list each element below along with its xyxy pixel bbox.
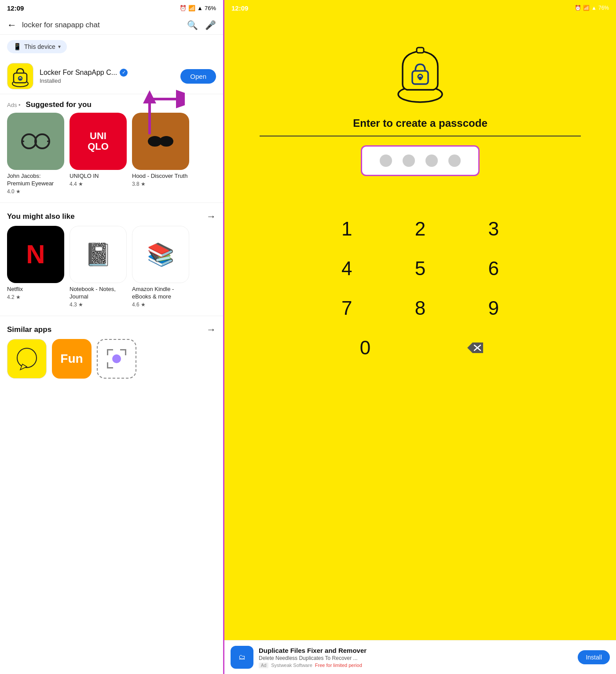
ad-app-desc: Delete Needless Duplicates To Recover ..… — [259, 655, 572, 661]
filter-chip[interactable]: 📱 This device ▾ — [7, 40, 67, 53]
numpad-row-4: 0 — [310, 330, 530, 365]
dot-4 — [448, 155, 461, 167]
wifi-icon: ▲ — [197, 5, 203, 11]
svg-rect-24 — [419, 77, 422, 80]
battery-icon: 76% — [205, 5, 216, 11]
passcode-title-container: Enter to create a passcode — [260, 117, 581, 136]
left-panel: 12:09 ⏰ 📶 ▲ 76% ← locker for snapapp cha… — [0, 0, 224, 674]
right-alarm-icon: ⏰ — [575, 5, 581, 11]
similar-arrow[interactable]: → — [206, 324, 216, 335]
divider1 — [0, 203, 223, 203]
dot-2 — [403, 155, 415, 167]
ad-meta: Ad Systweak Software Free for limited pe… — [259, 663, 572, 668]
passcode-dots — [361, 145, 480, 176]
ad-icon-svg: 🗂 — [234, 649, 250, 666]
hood-icon — [132, 113, 189, 170]
num-9[interactable]: 9 — [467, 291, 520, 326]
suggested-apps-row: John Jacobs: Premium Eyewear 4.0 ★ UNIQL… — [0, 113, 223, 201]
app-card-kindle[interactable]: 📚 Amazon Kindle - eBooks & more 4.6 ★ — [132, 226, 189, 308]
filter-label: This device — [24, 43, 55, 50]
num-0[interactable]: 0 — [339, 330, 392, 365]
backspace-button[interactable] — [449, 330, 502, 365]
ad-info: Duplicate Files Fixer and Remover Delete… — [259, 647, 572, 668]
verified-badge: ✓ — [120, 69, 128, 77]
app-result: Locker For SnapApp C... ✓ Installed Open — [0, 59, 223, 94]
left-status-icons: ⏰ 📶 ▲ 76% — [180, 5, 216, 11]
jj-logo — [18, 124, 53, 159]
kindle-name: Amazon Kindle - eBooks & more — [132, 286, 189, 301]
num-6[interactable]: 6 — [467, 251, 520, 286]
svg-point-12 — [17, 348, 37, 368]
dot-1 — [380, 155, 392, 167]
svg-rect-3 — [19, 78, 21, 81]
num-5[interactable]: 5 — [394, 251, 447, 286]
suggested-title: Suggested for you — [26, 100, 92, 109]
signal-icon: 📶 — [188, 5, 195, 11]
num-3[interactable]: 3 — [467, 211, 520, 247]
search-icon[interactable]: 🔍 — [187, 20, 198, 30]
ad-free-label: Free for limited period — [315, 663, 362, 668]
chat-icon-svg — [14, 346, 40, 372]
numpad: 1 2 3 4 5 6 7 8 9 0 — [224, 211, 616, 365]
backspace-icon — [466, 341, 485, 355]
app-card-notebook[interactable]: 📓 Notebook - Notes, Journal 4.3 ★ — [70, 226, 127, 308]
hood-rating: 3.8 ★ — [132, 181, 146, 187]
numpad-row-1: 1 2 3 — [310, 211, 530, 247]
jj-icon — [7, 113, 64, 170]
search-input[interactable]: locker for snapapp chat — [22, 21, 182, 29]
app-card-hood[interactable]: Hood - Discover Truth 3.8 ★ — [132, 113, 189, 195]
ad-app-name: Duplicate Files Fixer and Remover — [259, 647, 572, 654]
lock-icon-container — [224, 16, 616, 117]
notebook-rating: 4.3 ★ — [70, 302, 83, 308]
ad-company: Systweak Software — [271, 663, 312, 668]
num-8[interactable]: 8 — [394, 291, 447, 326]
filter-area: 📱 This device ▾ — [0, 35, 223, 59]
right-battery: 76% — [598, 5, 609, 11]
left-time: 12:09 — [7, 4, 24, 12]
open-button[interactable]: Open — [180, 69, 216, 84]
also-like-arrow[interactable]: → — [206, 211, 216, 222]
also-like-apps-row: N Netflix 4.2 ★ 📓 Notebook - Notes, Jour… — [0, 226, 223, 314]
app-card-jj[interactable]: John Jacobs: Premium Eyewear 4.0 ★ — [7, 113, 64, 195]
also-like-header: You might also like → — [0, 205, 223, 226]
right-status-icons: ⏰ 📶 ▲ 76% — [575, 5, 609, 11]
svg-rect-21 — [417, 48, 424, 53]
divider2 — [0, 316, 223, 316]
svg-rect-18 — [107, 362, 108, 368]
app-status: Installed — [40, 77, 174, 84]
notebook-icon: 📓 — [70, 226, 127, 283]
kindle-rating: 4.6 ★ — [132, 302, 146, 308]
left-status-bar: 12:09 ⏰ 📶 ▲ 76% — [0, 0, 223, 16]
fun-icon[interactable]: Fun — [52, 339, 92, 379]
svg-point-19 — [112, 354, 121, 363]
num-4[interactable]: 4 — [320, 251, 373, 286]
dot-3 — [425, 155, 438, 167]
num-1[interactable]: 1 — [320, 211, 373, 247]
filter-arrow: ▾ — [58, 44, 61, 50]
similar-apps-row: Fun — [0, 339, 223, 383]
scan-icon[interactable] — [97, 339, 136, 379]
voice-icon[interactable]: 🎤 — [205, 20, 216, 30]
jj-rating: 4.0 ★ — [7, 188, 21, 195]
notebook-name: Notebook - Notes, Journal — [70, 286, 127, 301]
install-button[interactable]: Install — [578, 650, 610, 664]
similar-title: Similar apps — [7, 325, 51, 334]
search-bar: ← locker for snapapp chat 🔍 🎤 — [0, 16, 223, 35]
back-button[interactable]: ← — [7, 19, 17, 31]
svg-rect-14 — [107, 349, 108, 355]
app-card-netflix[interactable]: N Netflix 4.2 ★ — [7, 226, 64, 308]
ad-app-icon: 🗂 — [231, 646, 253, 669]
chat-icon[interactable] — [7, 339, 47, 379]
num-2[interactable]: 2 — [394, 211, 447, 247]
app-card-uniqlo[interactable]: UNIQLO UNIQLO IN 4.4 ★ — [70, 113, 127, 195]
alarm-icon: ⏰ — [180, 5, 187, 11]
similar-header: Similar apps → — [0, 318, 223, 339]
hood-logo — [143, 128, 178, 155]
right-signal-icon: 📶 — [583, 5, 590, 11]
num-7[interactable]: 7 — [320, 291, 373, 326]
passcode-title: Enter to create a passcode — [260, 117, 581, 129]
ads-label: Ads • — [7, 102, 21, 108]
scan-icon-svg — [103, 346, 130, 372]
svg-point-11 — [159, 136, 173, 147]
ad-label-badge: Ad — [259, 663, 268, 668]
